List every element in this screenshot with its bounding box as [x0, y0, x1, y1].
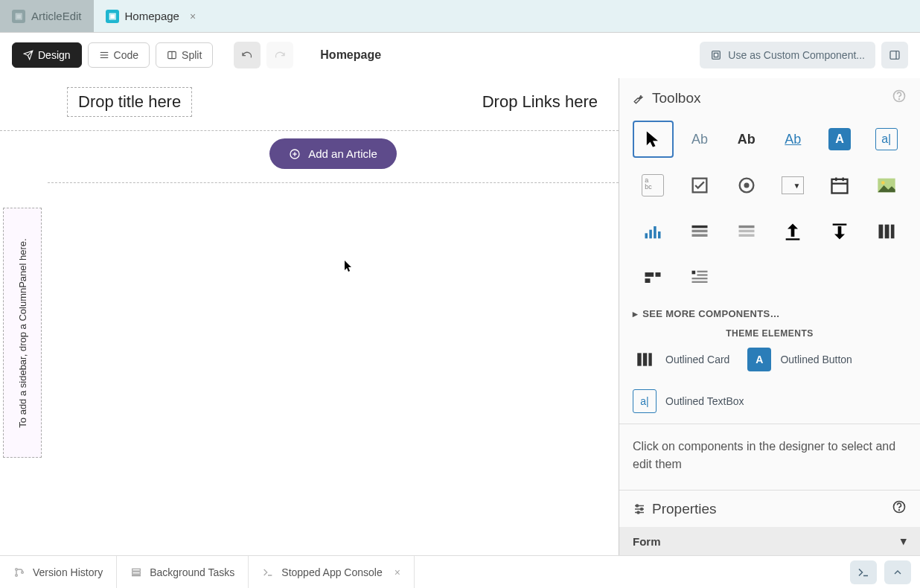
sidebar-drop-hint[interactable]: To add a sidebar, drop a ColumnPanel her… [3, 208, 42, 458]
svg-rect-60 [132, 569, 141, 571]
textbox-icon: a| [633, 389, 657, 413]
component-dropdown[interactable]: ▼ [773, 167, 814, 204]
undo-icon [241, 49, 253, 61]
tasks-icon [130, 566, 142, 578]
component-plot[interactable] [633, 213, 674, 250]
component-datagrid[interactable] [680, 213, 721, 250]
card-icon [633, 348, 657, 371]
paper-plane-icon [23, 50, 33, 60]
svg-rect-39 [656, 272, 661, 277]
design-button[interactable]: Design [12, 42, 82, 68]
chevron-down-icon: ▾ [901, 534, 907, 548]
svg-point-53 [641, 508, 643, 510]
theme-outlined-textbox[interactable]: a| Outlined TextBox [633, 389, 744, 413]
history-buttons [234, 42, 293, 68]
console-button[interactable] [850, 560, 877, 584]
component-download[interactable] [820, 213, 860, 250]
tab-label: ArticleEdit [31, 10, 82, 22]
chevron-right-icon: ▸ [633, 308, 638, 319]
svg-point-16 [744, 183, 749, 188]
svg-rect-62 [132, 575, 141, 575]
svg-rect-37 [890, 225, 894, 239]
component-textbox[interactable]: a| [866, 121, 907, 158]
theme-elements-heading: THEME ELEMENTS [633, 328, 907, 339]
redo-button[interactable] [266, 42, 293, 68]
svg-rect-25 [654, 226, 657, 238]
close-icon[interactable]: × [190, 10, 196, 22]
component-label-bold[interactable]: Ab [726, 121, 767, 158]
button-label: Code [114, 49, 138, 61]
footer-label: Stopped App Console [281, 566, 382, 578]
component-flowpanel[interactable] [633, 259, 674, 296]
version-history-tab[interactable]: Version History [0, 556, 117, 588]
canvas-header-row: Drop title here Drop Links here [0, 78, 619, 131]
section-title: Toolbox [652, 90, 701, 106]
svg-rect-42 [697, 271, 707, 272]
theme-outlined-card[interactable]: Outlined Card [633, 348, 729, 371]
component-button[interactable]: A [820, 121, 860, 158]
component-richtext[interactable] [680, 259, 721, 296]
tab-homepage[interactable]: ▣ Homepage × [94, 0, 208, 32]
split-icon [167, 50, 177, 60]
terminal-icon [857, 566, 870, 579]
svg-rect-17 [831, 179, 847, 194]
component-fileloader[interactable] [773, 213, 814, 250]
right-panel: Toolbox Ab Ab Ab A a| abc ▼ [619, 78, 920, 555]
svg-rect-43 [697, 274, 707, 275]
svg-rect-61 [132, 572, 141, 574]
component-link[interactable]: Ab [773, 121, 814, 158]
tab-articleedit[interactable]: ▣ ArticleEdit [0, 0, 94, 32]
component-pointer[interactable] [633, 121, 674, 158]
split-button[interactable]: Split [156, 42, 213, 68]
svg-point-54 [637, 511, 639, 514]
close-icon[interactable]: × [394, 566, 400, 578]
sidebar-icon [889, 49, 901, 61]
component-radio[interactable] [726, 167, 767, 204]
view-mode-group: Design Code Split [12, 42, 213, 68]
theme-outlined-button[interactable]: A Outlined Button [747, 348, 852, 371]
component-datepicker[interactable] [820, 167, 860, 204]
properties-section-form[interactable]: Form ▾ [619, 527, 920, 555]
svg-point-56 [899, 510, 900, 511]
design-canvas[interactable]: Drop title here Drop Links here Add an A… [0, 78, 619, 555]
theme-item-label: Outlined Button [780, 354, 852, 365]
add-article-button[interactable]: Add an Article [269, 138, 397, 169]
expand-button[interactable] [884, 560, 911, 584]
background-tasks-tab[interactable]: Background Tasks [117, 556, 249, 588]
component-label[interactable]: Ab [680, 121, 721, 158]
panel-toggle-button[interactable] [881, 42, 908, 68]
component-grid: Ab Ab Ab A a| abc ▼ [633, 121, 907, 296]
help-icon[interactable] [892, 89, 907, 107]
sliders-icon [633, 502, 646, 516]
svg-point-52 [636, 505, 639, 507]
svg-rect-34 [833, 224, 847, 226]
svg-point-13 [899, 99, 900, 100]
see-more-components[interactable]: ▸ SEE MORE COMPONENTS… [633, 304, 907, 324]
svg-rect-33 [786, 238, 800, 240]
drop-links-placeholder[interactable]: Drop Links here [482, 92, 598, 112]
undo-button[interactable] [234, 42, 261, 68]
section-title: Properties [652, 501, 717, 517]
component-repeating-panel[interactable] [726, 213, 767, 250]
custom-component-button[interactable]: Use as Custom Component... [700, 42, 875, 68]
hint-text: To add a sidebar, drop a ColumnPanel her… [17, 238, 28, 427]
footer-bar: Version History Background Tasks Stopped… [0, 555, 920, 588]
chevron-up-icon [892, 566, 904, 578]
toolbox-header: Toolbox [619, 78, 920, 118]
component-image[interactable] [866, 167, 907, 204]
app-console-tab[interactable]: Stopped App Console × [249, 556, 415, 588]
button-label: Use as Custom Component... [728, 49, 865, 61]
component-columnpanel[interactable] [866, 213, 907, 250]
properties-header[interactable]: Properties [619, 490, 920, 527]
component-checkbox[interactable] [680, 167, 721, 204]
code-button[interactable]: Code [88, 42, 150, 68]
component-textarea[interactable]: abc [633, 167, 674, 204]
tab-label: Homepage [125, 10, 179, 22]
svg-point-22 [881, 181, 885, 185]
svg-rect-46 [637, 353, 641, 365]
help-icon[interactable] [892, 499, 907, 518]
button-label: Design [38, 49, 71, 61]
button-label: Add an Article [308, 147, 377, 160]
svg-rect-44 [691, 278, 707, 279]
drop-title-placeholder[interactable]: Drop title here [67, 87, 192, 117]
